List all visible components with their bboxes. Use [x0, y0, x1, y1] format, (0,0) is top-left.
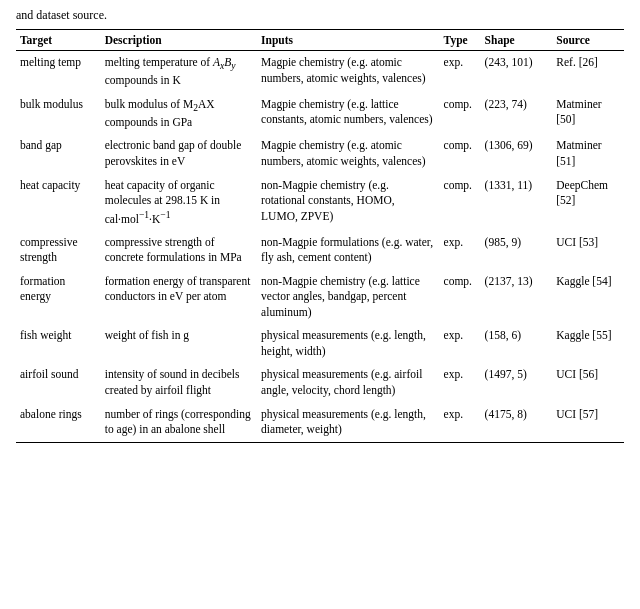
cell-type: exp. [440, 324, 481, 363]
table-row: airfoil soundintensity of sound in decib… [16, 363, 624, 402]
cell-shape: (4175, 8) [481, 403, 553, 443]
cell-source: Kaggle [54] [552, 270, 624, 325]
header-source: Source [552, 30, 624, 51]
cell-inputs: physical measurements (e.g. length, diam… [257, 403, 439, 443]
cell-shape: (243, 101) [481, 51, 553, 93]
cell-shape: (2137, 13) [481, 270, 553, 325]
cell-inputs: non-Magpie chemistry (e.g. lattice vecto… [257, 270, 439, 325]
cell-source: UCI [56] [552, 363, 624, 402]
intro-text: and dataset source. [16, 8, 624, 23]
cell-source: Kaggle [55] [552, 324, 624, 363]
cell-description: number of rings (corresponding to age) i… [101, 403, 257, 443]
table-row: fish weightweight of fish in gphysical m… [16, 324, 624, 363]
cell-type: exp. [440, 51, 481, 93]
cell-inputs: Magpie chemistry (e.g. lattice constants… [257, 93, 439, 135]
cell-source: Ref. [26] [552, 51, 624, 93]
cell-type: comp. [440, 270, 481, 325]
cell-target: bulk modulus [16, 93, 101, 135]
cell-shape: (158, 6) [481, 324, 553, 363]
table-row: bulk modulusbulk modulus of M2AX compoun… [16, 93, 624, 135]
cell-source: Matminer [50] [552, 93, 624, 135]
cell-type: exp. [440, 231, 481, 270]
cell-type: comp. [440, 93, 481, 135]
header-type: Type [440, 30, 481, 51]
cell-shape: (223, 74) [481, 93, 553, 135]
table-row: formation energyformation energy of tran… [16, 270, 624, 325]
cell-inputs: physical measurements (e.g. airfoil angl… [257, 363, 439, 402]
header-description: Description [101, 30, 257, 51]
cell-target: heat capacity [16, 174, 101, 231]
cell-description: formation energy of transparent conducto… [101, 270, 257, 325]
header-inputs: Inputs [257, 30, 439, 51]
table-row: melting tempmelting temperature of AxBy … [16, 51, 624, 93]
header-shape: Shape [481, 30, 553, 51]
cell-target: fish weight [16, 324, 101, 363]
cell-type: exp. [440, 363, 481, 402]
cell-target: compressive strength [16, 231, 101, 270]
cell-type: exp. [440, 403, 481, 443]
cell-inputs: physical measurements (e.g. length, heig… [257, 324, 439, 363]
cell-source: Matminer [51] [552, 134, 624, 173]
cell-description: heat capacity of organic molecules at 29… [101, 174, 257, 231]
cell-type: comp. [440, 134, 481, 173]
cell-target: melting temp [16, 51, 101, 93]
cell-source: DeepChem [52] [552, 174, 624, 231]
cell-description: electronic band gap of double perovskite… [101, 134, 257, 173]
cell-description: melting temperature of AxBy compounds in… [101, 51, 257, 93]
table-header-row: Target Description Inputs Type Shape Sou… [16, 30, 624, 51]
table-row: band gapelectronic band gap of double pe… [16, 134, 624, 173]
cell-description: bulk modulus of M2AX compounds in GPa [101, 93, 257, 135]
cell-shape: (1497, 5) [481, 363, 553, 402]
dataset-table: Target Description Inputs Type Shape Sou… [16, 29, 624, 443]
cell-target: abalone rings [16, 403, 101, 443]
cell-description: intensity of sound in decibels created b… [101, 363, 257, 402]
cell-target: airfoil sound [16, 363, 101, 402]
cell-description: weight of fish in g [101, 324, 257, 363]
table-row: heat capacityheat capacity of organic mo… [16, 174, 624, 231]
cell-target: band gap [16, 134, 101, 173]
table-row: compressive strengthcompressive strength… [16, 231, 624, 270]
cell-source: UCI [53] [552, 231, 624, 270]
cell-inputs: non-Magpie formulations (e.g. water, fly… [257, 231, 439, 270]
cell-shape: (985, 9) [481, 231, 553, 270]
cell-shape: (1331, 11) [481, 174, 553, 231]
cell-target: formation energy [16, 270, 101, 325]
cell-shape: (1306, 69) [481, 134, 553, 173]
cell-description: compressive strength of concrete formula… [101, 231, 257, 270]
table-row: abalone ringsnumber of rings (correspond… [16, 403, 624, 443]
cell-type: comp. [440, 174, 481, 231]
cell-inputs: Magpie chemistry (e.g. atomic numbers, a… [257, 51, 439, 93]
header-target: Target [16, 30, 101, 51]
cell-inputs: Magpie chemistry (e.g. atomic numbers, a… [257, 134, 439, 173]
cell-source: UCI [57] [552, 403, 624, 443]
cell-inputs: non-Magpie chemistry (e.g. rotational co… [257, 174, 439, 231]
